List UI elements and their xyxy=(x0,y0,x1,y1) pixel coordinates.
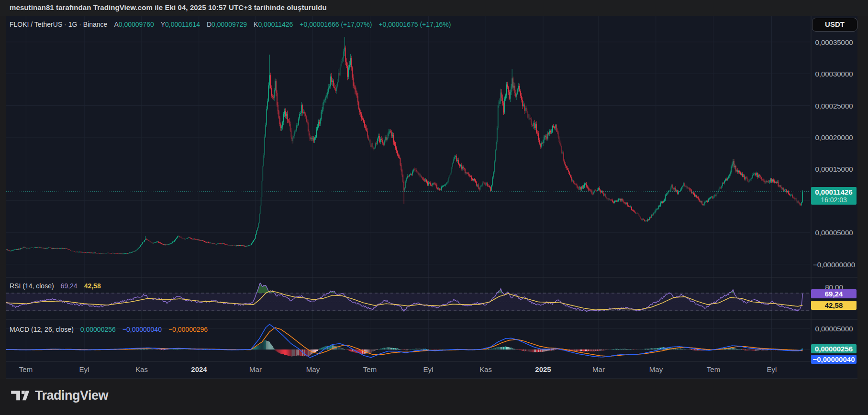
time-tick-Eyl: Eyl xyxy=(79,365,89,373)
macd-hist-axis-label: 0,00000256 xyxy=(811,344,857,353)
change-value-2: +0,00001675 (+17,16%) xyxy=(378,21,451,28)
tradingview-snapshot: mesutinan81 tarafından TradingView.com i… xyxy=(0,0,868,415)
time-tick-Tem: Tem xyxy=(19,365,33,373)
chart-canvas[interactable] xyxy=(6,16,857,379)
time-tick-Mar: Mar xyxy=(592,365,605,373)
rsi-value-1: 69,24 xyxy=(61,282,78,290)
macd-value-2: −0,00000040 xyxy=(122,326,162,333)
tradingview-brand[interactable]: TradingView xyxy=(11,388,108,403)
time-tick-2024: 2024 xyxy=(191,365,207,373)
time-tick-2025: 2025 xyxy=(535,365,551,373)
price-tick-0,00030000: 0,00030000 xyxy=(812,70,856,78)
time-tick-Tem: Tem xyxy=(707,365,720,373)
time-tick-May: May xyxy=(306,365,320,373)
tradingview-wordmark: TradingView xyxy=(35,388,108,403)
currency-toggle-button[interactable]: USDT xyxy=(812,18,857,32)
current-price-label: 0,0001142616:02:03 xyxy=(811,187,857,205)
rsi-axis-label-2: 42,58 xyxy=(811,301,857,310)
macd-legend[interactable]: MACD (12, 26, close) 0,00000256−0,000000… xyxy=(10,326,208,333)
price-tick-0,00015000: 0,00015000 xyxy=(812,165,856,173)
time-tick-Mar: Mar xyxy=(249,365,262,373)
rsi-legend[interactable]: RSI (14, close) 69,2442,58 xyxy=(10,282,101,290)
ohlc-y: Y0,00011614 xyxy=(161,21,200,28)
symbol-title: FLOKI / TetherUS · 1G · Binance xyxy=(10,21,107,28)
change-value-1: +0,00001666 (+17,07%) xyxy=(300,21,372,28)
footer-bar: TradingView xyxy=(0,379,868,415)
price-tick-0,00020000: 0,00020000 xyxy=(812,133,856,142)
tradingview-logo-icon xyxy=(11,390,30,402)
ohlc-k: K0,00011426 xyxy=(254,21,293,28)
macd-tick: 0,00005000 xyxy=(812,325,856,333)
ohlc-a: A0,00009760 xyxy=(114,21,154,28)
change-values: +0,00001666 (+17,07%)+0,00001675 (+17,16… xyxy=(300,21,451,28)
price-tick-−0,00000000: −0,00000000 xyxy=(812,261,856,269)
rsi-axis-label-1: 69,24 xyxy=(811,289,857,298)
rsi-title: RSI (14, close) xyxy=(10,282,54,290)
macd-values: 0,00000256−0,00000040−0,00000296 xyxy=(80,326,208,333)
rsi-values: 69,2442,58 xyxy=(61,282,101,290)
time-tick-Kas: Kas xyxy=(135,365,148,373)
attribution-bar: mesutinan81 tarafından TradingView.com i… xyxy=(0,0,868,16)
time-tick-Tem: Tem xyxy=(363,365,377,373)
time-tick-Kas: Kas xyxy=(479,365,492,373)
macd-value-1: 0,00000256 xyxy=(80,326,116,333)
ohlc-d: D0,00009729 xyxy=(207,21,247,28)
price-tick-0,00025000: 0,00025000 xyxy=(812,102,856,110)
rsi-value-2: 42,58 xyxy=(84,282,101,290)
time-tick-Eyl: Eyl xyxy=(767,365,777,373)
time-tick-Eyl: Eyl xyxy=(423,365,434,373)
price-tick-0,00035000: 0,00035000 xyxy=(812,38,856,46)
symbol-legend[interactable]: FLOKI / TetherUS · 1G · Binance A0,00009… xyxy=(10,21,451,28)
price-tick-0,00005000: 0,00005000 xyxy=(812,229,856,237)
attribution-text: mesutinan81 tarafından TradingView.com i… xyxy=(10,3,327,11)
macd-line-axis-label: −0,00000040 xyxy=(811,355,857,364)
time-tick-May: May xyxy=(649,365,663,373)
macd-title: MACD (12, 26, close) xyxy=(10,326,74,333)
ohlc-values: A0,00009760Y0,00011614D0,00009729K0,0001… xyxy=(114,21,293,28)
macd-value-3: −0,00000296 xyxy=(168,326,208,333)
